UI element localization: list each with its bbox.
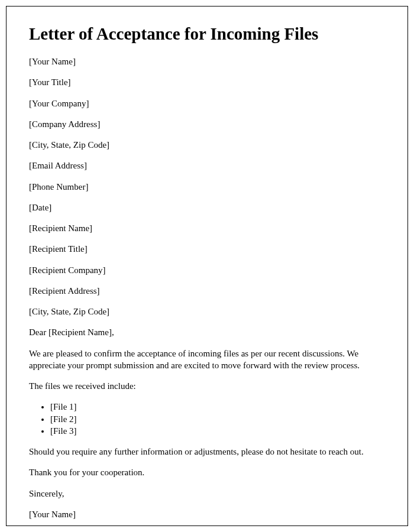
body-paragraph-4: Thank you for your cooperation. (29, 466, 385, 478)
recipient-address: [Recipient Address] (29, 285, 385, 297)
salutation: Dear [Recipient Name], (29, 326, 385, 338)
sender-city-state-zip: [City, State, Zip Code] (29, 139, 385, 151)
recipient-name: [Recipient Name] (29, 222, 385, 234)
sender-address: [Company Address] (29, 118, 385, 130)
recipient-title: [Recipient Title] (29, 243, 385, 255)
files-list: [File 1] [File 2] [File 3] (50, 401, 385, 437)
sender-name: [Your Name] (29, 56, 385, 67)
recipient-city-state-zip: [City, State, Zip Code] (29, 306, 385, 317)
list-item: [File 2] (50, 413, 385, 425)
signature-name: [Your Name] (29, 508, 385, 520)
closing: Sincerely, (29, 488, 385, 499)
letter-date: [Date] (29, 202, 385, 213)
letter-page: Letter of Acceptance for Incoming Files … (6, 6, 408, 526)
letter-title: Letter of Acceptance for Incoming Files (29, 24, 385, 44)
sender-phone: [Phone Number] (29, 181, 385, 193)
sender-title: [Your Title] (29, 76, 385, 88)
recipient-company: [Recipient Company] (29, 264, 385, 276)
sender-company: [Your Company] (29, 98, 385, 109)
list-item: [File 3] (50, 425, 385, 437)
sender-email: [Email Address] (29, 160, 385, 171)
body-paragraph-1: We are pleased to confirm the acceptance… (29, 348, 385, 372)
body-paragraph-3: Should you require any further informati… (29, 446, 385, 458)
list-item: [File 1] (50, 401, 385, 413)
body-paragraph-2: The files we received include: (29, 380, 385, 392)
